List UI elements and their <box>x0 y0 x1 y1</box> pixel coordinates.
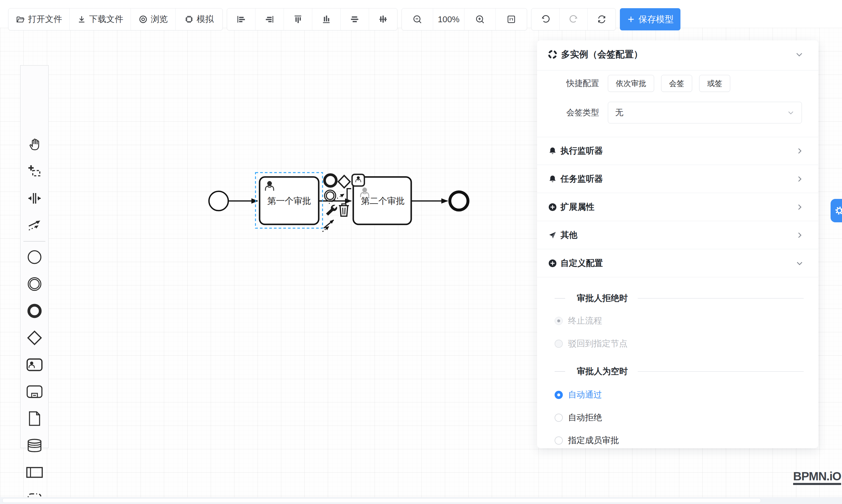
save-model-button[interactable]: 保存模型 <box>620 8 681 31</box>
create-subprocess[interactable] <box>20 381 48 402</box>
create-intermediate-event[interactable] <box>20 274 48 294</box>
participant-icon <box>26 466 43 479</box>
hand-tool[interactable] <box>20 134 48 155</box>
create-data-object[interactable] <box>20 408 48 429</box>
create-user-task[interactable] <box>20 355 48 375</box>
task-node-1[interactable]: 第一个审批 <box>260 177 319 224</box>
align-center-horizontal-icon <box>350 14 360 24</box>
space-tool[interactable] <box>20 188 48 209</box>
zoom-in-button[interactable] <box>464 8 496 30</box>
global-connect-tool[interactable] <box>20 215 48 235</box>
bell-icon <box>548 175 557 183</box>
radio-assign-member[interactable]: 指定成员审批 <box>537 435 818 446</box>
open-file-button[interactable]: 打开文件 <box>8 8 70 30</box>
title-dash <box>555 298 565 299</box>
preview-icon <box>138 15 148 24</box>
section-others[interactable]: 其他 <box>537 221 818 249</box>
align-top-button[interactable] <box>284 8 312 30</box>
radio-terminate-process[interactable]: 终止流程 <box>537 315 818 327</box>
chevron-right-icon <box>795 231 804 239</box>
task-label: 第二个审批 <box>361 196 405 205</box>
preview-button[interactable]: 浏览 <box>131 8 176 30</box>
append-end-event-icon[interactable] <box>324 175 336 186</box>
zoom-out-icon <box>413 14 422 24</box>
task-label: 第一个审批 <box>267 196 311 205</box>
radio-icon <box>555 414 563 422</box>
create-data-store[interactable] <box>20 435 48 456</box>
quick-config-option-countersign[interactable]: 会签 <box>661 75 692 92</box>
space-tool-icon <box>28 191 41 205</box>
simulate-button[interactable]: 模拟 <box>176 8 223 30</box>
panel-header[interactable]: 多实例（会签配置） <box>537 45 818 64</box>
open-file-label: 打开文件 <box>28 14 62 25</box>
append-intermediate-event-icon-inner <box>326 192 334 199</box>
chevron-down-icon[interactable] <box>795 50 804 59</box>
chevron-right-icon <box>795 175 804 183</box>
lasso-tool[interactable] <box>20 161 48 182</box>
zoom-in-icon <box>475 14 485 24</box>
align-right-button[interactable] <box>256 8 284 30</box>
properties-panel: 多实例（会签配置） 快捷配置 依次审批 会签 或签 会签类型 无 执行监听器 <box>537 40 818 448</box>
sign-type-value: 无 <box>615 107 624 118</box>
horizontal-scrollbar[interactable] <box>0 497 842 504</box>
annotation-link <box>329 194 344 203</box>
radio-auto-pass[interactable]: 自动通过 <box>537 389 818 401</box>
append-text-annotation-icon[interactable] <box>347 189 351 201</box>
create-start-event[interactable] <box>20 247 48 267</box>
end-event-node[interactable] <box>450 192 468 210</box>
section-label: 其他 <box>560 229 577 241</box>
bell-icon <box>548 147 557 155</box>
restart-icon <box>597 14 607 24</box>
append-user-task-icon[interactable] <box>352 174 364 186</box>
empty-when-title: 审批人为空时 <box>577 366 628 377</box>
align-center-horizontal-button[interactable] <box>341 8 369 30</box>
bpmn-io-watermark: BPMN.iO <box>793 470 841 485</box>
connect-icon[interactable] <box>322 220 334 232</box>
restart-button[interactable] <box>588 8 615 30</box>
section-extension-properties[interactable]: 扩展属性 <box>537 193 818 221</box>
palette <box>20 65 49 448</box>
radio-icon <box>555 340 563 348</box>
gear-icon <box>834 205 842 216</box>
radio-label: 自动拒绝 <box>568 412 602 424</box>
append-gateway-icon[interactable] <box>338 176 350 188</box>
align-bottom-button[interactable] <box>312 8 341 30</box>
delete-icon[interactable] <box>339 204 349 216</box>
save-model-label: 保存模型 <box>638 14 674 25</box>
quick-config-label: 快捷配置 <box>549 78 599 89</box>
section-custom-config[interactable]: 自定义配置 <box>537 249 818 277</box>
start-event-node[interactable] <box>209 191 228 211</box>
intermediate-event-icon <box>27 276 42 292</box>
quick-config-option-orsign[interactable]: 或签 <box>699 75 730 92</box>
scrollbar-thumb[interactable] <box>2 498 761 503</box>
fit-viewport-button[interactable] <box>496 8 527 30</box>
create-participant[interactable] <box>20 462 48 483</box>
zoom-out-button[interactable] <box>402 8 433 30</box>
radio-icon <box>555 317 563 325</box>
reject-when-title-row: 审批人拒绝时 <box>537 292 818 304</box>
change-type-icon[interactable] <box>326 205 337 216</box>
redo-button[interactable] <box>560 8 588 30</box>
sign-type-select[interactable]: 无 <box>608 102 802 123</box>
chevron-right-icon <box>795 147 804 155</box>
radio-auto-reject[interactable]: 自动拒绝 <box>537 412 818 424</box>
multi-instance-icon <box>548 50 558 59</box>
create-gateway[interactable] <box>20 328 48 348</box>
align-center-vertical-button[interactable] <box>369 8 397 30</box>
create-end-event[interactable] <box>20 301 48 321</box>
section-execution-listener[interactable]: 执行监听器 <box>537 137 818 165</box>
align-left-button[interactable] <box>227 8 256 30</box>
undo-button[interactable] <box>531 8 560 30</box>
radio-return-to-node[interactable]: 驳回到指定节点 <box>537 338 818 349</box>
preview-label: 浏览 <box>151 14 168 25</box>
settings-tab[interactable] <box>830 199 842 222</box>
radio-label: 指定成员审批 <box>568 435 619 446</box>
download-file-button[interactable]: 下载文件 <box>70 8 131 30</box>
history-button-group <box>531 8 616 31</box>
section-label: 任务监听器 <box>560 173 603 185</box>
chevron-right-icon <box>795 203 804 211</box>
quick-config-option-sequential[interactable]: 依次审批 <box>608 75 654 92</box>
radio-icon <box>555 436 563 445</box>
zoom-level[interactable]: 100% <box>433 8 464 30</box>
section-task-listener[interactable]: 任务监听器 <box>537 165 818 193</box>
